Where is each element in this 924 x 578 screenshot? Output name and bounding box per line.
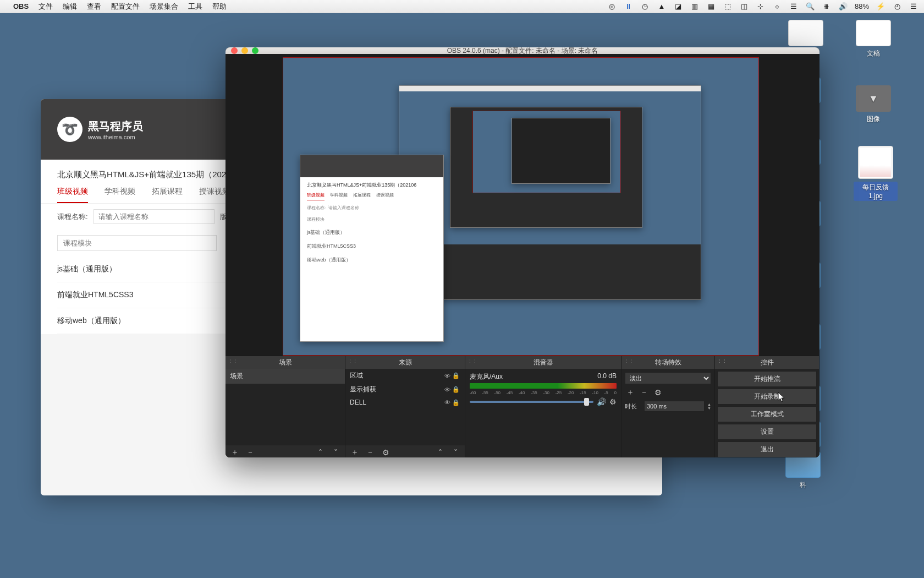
settings-button[interactable]: 设置: [717, 424, 817, 440]
scene-up-button[interactable]: ˄: [315, 448, 325, 457]
eye-icon[interactable]: 👁: [443, 399, 452, 406]
battery-percent: 88%: [855, 2, 869, 10]
tray-icon-8[interactable]: ☰: [789, 2, 799, 12]
obs-preview[interactable]: 北京顺义黑马HTML&JS+前端就业135期（202106 班级视频学科视频拓展…: [226, 54, 820, 356]
mixer-ch-db: 0.0 dB: [597, 372, 617, 381]
grip-icon[interactable]: ⋮⋮: [228, 358, 238, 364]
horse-icon: ➰: [57, 117, 82, 142]
scenes-dock: ⋮⋮场景 场景 ＋ － ˄ ˅: [226, 356, 345, 457]
lock-icon[interactable]: 🔒: [452, 386, 460, 393]
stepper-down-icon[interactable]: ▼: [707, 406, 711, 410]
control-center-icon[interactable]: ☰: [909, 2, 919, 12]
menu-scenecol[interactable]: 场景集合: [150, 2, 178, 12]
tray-icon-7[interactable]: ⟐: [772, 2, 782, 12]
remove-source-button[interactable]: －: [365, 448, 375, 457]
menubar-right: ◎ ⏸ ◷ ▲ ◪ ▥ ▦ ⬚ ◫ ⊹ ⟐ ☰ 🔍 ⧻ 🔊 88% ⚡ ◴ ☰: [607, 2, 919, 12]
minimize-icon[interactable]: [241, 47, 248, 54]
gear-icon[interactable]: ⚙: [609, 397, 617, 406]
img-folder-label: 图像: [851, 114, 895, 124]
source-row[interactable]: 区域👁🔒: [345, 369, 465, 383]
menu-profile[interactable]: 配置文件: [111, 2, 140, 12]
zoom-icon[interactable]: [252, 47, 258, 54]
preview-canvas[interactable]: 北京顺义黑马HTML&JS+前端就业135期（202106 班级视频学科视频拓展…: [283, 57, 759, 356]
add-source-button[interactable]: ＋: [350, 448, 360, 457]
tab-class-video[interactable]: 班级视频: [57, 187, 88, 203]
search-input[interactable]: [94, 209, 215, 224]
grip-icon[interactable]: ⋮⋮: [468, 358, 477, 364]
obs-tray-icon[interactable]: ◎: [607, 2, 617, 12]
menu-view[interactable]: 查看: [87, 2, 101, 12]
mixer-dock: ⋮⋮混音器 麦克风/Aux0.0 dB -60-55-50-45-40-35-3…: [465, 356, 622, 457]
tray-icon-1[interactable]: ◪: [673, 2, 683, 12]
desktop-thumb[interactable]: 每日反馈1.jpg: [854, 146, 898, 201]
tray-icon-6[interactable]: ⊹: [756, 2, 766, 12]
menu-app[interactable]: OBS: [13, 2, 29, 10]
remove-trans-button[interactable]: －: [639, 388, 650, 397]
exit-button[interactable]: 退出: [717, 441, 817, 457]
tab-extra[interactable]: 拓展课程: [152, 187, 183, 203]
doc-label: 文稿: [851, 49, 895, 58]
scene-row[interactable]: 场景: [226, 369, 345, 384]
wifi-icon[interactable]: ⧻: [822, 2, 832, 12]
scene-down-button[interactable]: ˅: [331, 448, 340, 457]
duration-input[interactable]: [644, 401, 705, 412]
source-down-button[interactable]: ˅: [450, 448, 460, 457]
remove-scene-button[interactable]: －: [245, 448, 255, 457]
grip-icon[interactable]: ⋮⋮: [717, 358, 727, 364]
trans-gear-button[interactable]: ⚙: [652, 388, 663, 397]
menu-file[interactable]: 文件: [38, 2, 53, 12]
clock-tray-icon[interactable]: ◷: [640, 2, 650, 12]
menu-tools[interactable]: 工具: [188, 2, 202, 12]
site-logo[interactable]: ➰ 黑马程序员 www.itheima.com: [57, 117, 143, 142]
add-trans-button[interactable]: ＋: [625, 388, 636, 397]
logo-sub: www.itheima.com: [88, 134, 143, 140]
studio-mode-button[interactable]: 工作室模式: [717, 406, 817, 422]
lock-icon[interactable]: 🔒: [452, 372, 460, 379]
source-props-button[interactable]: ⚙: [381, 448, 391, 457]
volume-icon[interactable]: 🔊: [838, 2, 848, 12]
close-icon[interactable]: [231, 47, 238, 54]
spotlight-icon[interactable]: 🔍: [805, 2, 815, 12]
clock-menu-icon[interactable]: ◴: [892, 2, 902, 12]
obs-titlebar[interactable]: OBS 24.0.6 (mac) - 配置文件: 未命名 - 场景: 未命名: [226, 47, 820, 54]
desktop-zip[interactable]: [784, 20, 828, 49]
menu-help[interactable]: 帮助: [212, 2, 227, 12]
pause-tray-icon[interactable]: ⏸: [624, 2, 634, 12]
tray-icon-2[interactable]: ▥: [690, 2, 700, 12]
obs-window: OBS 24.0.6 (mac) - 配置文件: 未命名 - 场景: 未命名: [226, 47, 820, 457]
add-scene-button[interactable]: ＋: [230, 448, 240, 457]
transitions-dock: ⋮⋮转场特效 淡出 ＋ － ⚙ 时长 ▲▼: [622, 356, 715, 457]
start-record-button[interactable]: 开始录制: [717, 389, 817, 405]
scenes-title: 场景: [279, 358, 292, 366]
eye-icon[interactable]: 👁: [443, 386, 452, 393]
module-filter-input[interactable]: [57, 235, 217, 251]
audio-meter: [470, 383, 617, 389]
controls-dock: ⋮⋮控件 开始推流 开始录制 工作室模式 设置 退出: [715, 356, 820, 457]
speaker-icon[interactable]: 🔊: [597, 397, 606, 406]
volume-slider[interactable]: [470, 401, 593, 403]
battery-icon[interactable]: ⚡: [876, 2, 886, 12]
ctrls-title: 控件: [761, 358, 774, 366]
tab-subject-video[interactable]: 学科视频: [105, 187, 135, 203]
desktop-doc[interactable]: 文稿: [851, 20, 895, 58]
search-label: 课程名称:: [57, 212, 88, 222]
grip-icon[interactable]: ⋮⋮: [624, 358, 634, 364]
desktop-downloads[interactable]: ▼ 图像: [851, 85, 895, 124]
vlc-tray-icon[interactable]: ▲: [657, 2, 667, 12]
macos-menubar: OBS 文件 编辑 查看 配置文件 场景集合 工具 帮助 ◎ ⏸ ◷ ▲ ◪ ▥…: [0, 0, 924, 13]
eye-icon[interactable]: 👁: [443, 373, 452, 379]
obs-docks: ⋮⋮场景 场景 ＋ － ˄ ˅ ⋮⋮来源 区域👁🔒 显示捕获👁🔒 DELL👁🔒 …: [226, 356, 820, 457]
tray-icon-5[interactable]: ◫: [739, 2, 749, 12]
lock-icon[interactable]: 🔒: [452, 399, 460, 406]
source-row[interactable]: 显示捕获👁🔒: [345, 383, 465, 396]
tray-icon-4[interactable]: ⬚: [723, 2, 733, 12]
menu-edit[interactable]: 编辑: [63, 2, 77, 12]
stepper-up-icon[interactable]: ▲: [707, 402, 711, 406]
source-row[interactable]: DELL👁🔒: [345, 396, 465, 408]
grip-icon[interactable]: ⋮⋮: [348, 358, 358, 364]
source-up-button[interactable]: ˄: [435, 448, 445, 457]
tray-icon-3[interactable]: ▦: [706, 2, 716, 12]
transition-select[interactable]: 淡出: [625, 372, 711, 384]
trans-title: 转场特效: [655, 358, 681, 366]
start-stream-button[interactable]: 开始推流: [717, 371, 817, 387]
